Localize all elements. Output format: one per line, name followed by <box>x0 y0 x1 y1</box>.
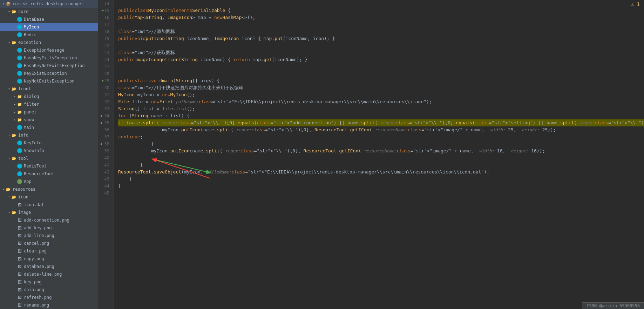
tree-label-exception: exception <box>18 40 41 45</box>
class-icon-database <box>17 17 22 22</box>
tree-item-resources[interactable]: ▾📂resources <box>0 185 98 193</box>
tree-item-show[interactable]: ▸📁show <box>0 116 98 124</box>
tree-arrow-image: ▾ <box>7 211 11 214</box>
tree-label-filter: filter <box>24 102 39 107</box>
tree-label-database-img: database.png <box>24 264 54 269</box>
tree-label-tool: tool <box>18 156 28 161</box>
warning-icon: ⚠ <box>631 1 634 7</box>
tree-item-rename[interactable]: 🖼rename.png <box>0 301 98 309</box>
code-line-23: class="cmt">//获取图标 <box>118 49 644 56</box>
tree-item-tool[interactable]: ▾📂tool <box>0 154 98 162</box>
tree-label-add-connection: add-connection.png <box>24 218 69 223</box>
tree-item-main[interactable]: Main <box>0 124 98 131</box>
line-number-42: 42 <box>101 169 111 176</box>
tree-item-myicon[interactable]: MyIcon <box>0 23 98 31</box>
tree-label-image: image <box>18 210 31 215</box>
file-img-icon-icon-dat: 🖼 <box>17 202 22 208</box>
line-number-38: ◆38 <box>101 140 111 147</box>
class-icon-showinfo <box>17 148 22 153</box>
tree-label-refresh: refresh.png <box>24 295 52 300</box>
tree-item-hashkeynotexitsexception[interactable]: HashKeyNotExitsException <box>0 62 98 70</box>
tree-label-hashkeyexitsexception: HashKeyExitsException <box>24 55 77 60</box>
tree-item-database-img[interactable]: 🖼database.png <box>0 263 98 270</box>
line-number-35: ◆35 <box>101 119 111 126</box>
tree-item-panel[interactable]: ▸📁panel <box>0 108 98 116</box>
file-img-icon-clear: 🖼 <box>17 248 22 254</box>
tree-label-main-img: main.png <box>24 287 44 292</box>
tree-item-add-key[interactable]: 🖼add-key.png <box>0 224 98 232</box>
line-number-44: 44 <box>101 183 111 190</box>
tree-label-main: Main <box>24 125 34 130</box>
tree-item-main-img[interactable]: 🖼main.png <box>0 286 98 294</box>
tree-item-key[interactable]: 🖼key.png <box>0 278 98 286</box>
code-editor[interactable]: 14▶15161718192223242728▶2930313233◆34◆35… <box>98 0 644 309</box>
tree-item-icon-dat[interactable]: 🖼icon.dat <box>0 201 98 209</box>
line-number-14: 14 <box>101 0 111 7</box>
tree-item-add-connection[interactable]: 🖼add-connection.png <box>0 216 98 224</box>
code-line-43: } <box>118 176 644 183</box>
code-line-36: myIcon.putIcon(name.split( regex: class=… <box>118 126 644 133</box>
tree-item-exception[interactable]: ▾📂exception <box>0 39 98 46</box>
class-cyan-icon <box>17 164 22 169</box>
code-line-30: class="cmt">//用于快速把图片对象持久化出来用于反编译 <box>118 84 644 91</box>
tree-item-app[interactable]: App <box>0 178 98 185</box>
tree-label-keyinfo: KeyInfo <box>24 140 42 145</box>
code-line-34: for (String name : list) { <box>118 112 644 119</box>
tree-item-dialog[interactable]: ▸📁dialog <box>0 93 98 100</box>
tree-item-filter[interactable]: ▸📁filter <box>0 100 98 108</box>
class-cyan-icon <box>17 17 22 22</box>
line-number-27: 27 <box>101 63 111 70</box>
tree-item-com-sk[interactable]: ▾📦com.sk.redis.desktop.manager <box>0 0 98 8</box>
tree-item-delete-line[interactable]: 🖼delete-line.png <box>0 270 98 278</box>
tree-item-showinfo[interactable]: ShowInfo <box>0 147 98 154</box>
tree-label-database: DataBase <box>24 17 44 22</box>
folder-icon-info: 📂 <box>11 132 17 138</box>
package-icon: 📦 <box>6 1 11 7</box>
folder-icon-front: 📂 <box>11 86 17 92</box>
class-icon-resourcetool <box>17 171 22 177</box>
line-number-43: 43 <box>101 176 111 183</box>
tree-item-copy[interactable]: 🖼copy.png <box>0 255 98 263</box>
tree-arrow-show: ▸ <box>13 118 17 121</box>
code-line-19: public void putIcon(String iconName, Ima… <box>118 35 644 42</box>
tree-item-redistool[interactable]: RedisTool <box>0 162 98 170</box>
tree-label-resources: resources <box>13 187 35 192</box>
tree-arrow-panel: ▸ <box>13 110 17 114</box>
tree-label-show: show <box>24 117 34 122</box>
tree-item-keyinfo[interactable]: KeyInfo <box>0 139 98 147</box>
tree-item-database[interactable]: DataBase <box>0 15 98 23</box>
tree-item-exceptionmessage[interactable]: ExceptionMessage <box>0 46 98 54</box>
class-cyan-icon <box>17 63 22 68</box>
code-line-35: if (name.split( regex: class="str">"\\."… <box>118 119 644 126</box>
tree-item-redis[interactable]: Redis <box>0 31 98 39</box>
tree-item-keynotexitsexception[interactable]: KeyNotExitsException <box>0 77 98 85</box>
class-cyan-icon <box>17 148 22 153</box>
tree-item-add-line[interactable]: 🖼add-line.png <box>0 232 98 239</box>
line-number-28: 28 <box>101 70 111 77</box>
line-number-36: 36 <box>101 126 111 133</box>
class-cyan-icon <box>17 79 22 84</box>
class-cyan-icon <box>17 25 22 29</box>
folder-icon-filter: 📁 <box>17 101 22 107</box>
code-line-31: MyIcon myIcon = new MyIcon(); <box>118 91 644 98</box>
tree-item-hashkeyexitsexception[interactable]: HashKeyExitsException <box>0 54 98 62</box>
tree-label-com-sk: com.sk.redis.desktop.manager <box>13 1 83 6</box>
line-number-32: 32 <box>101 98 111 105</box>
tree-item-resourcetool[interactable]: ResourceTool <box>0 170 98 178</box>
tree-item-clear[interactable]: 🖼clear.png <box>0 247 98 255</box>
tree-label-icon: icon <box>18 195 28 199</box>
class-icon-redistool <box>17 163 22 169</box>
tree-item-image[interactable]: ▾📂image <box>0 209 98 216</box>
tree-item-refresh[interactable]: 🖼refresh.png <box>0 294 98 301</box>
tree-label-hashkeynotexitsexception: HashKeyNotExitsException <box>24 63 84 68</box>
tree-item-cancel[interactable]: 🖼cancel.png <box>0 239 98 247</box>
tree-item-icon[interactable]: ▾📂icon <box>0 193 98 201</box>
file-tree[interactable]: ▾📦com.sk.redis.desktop.manager▾📂coreData… <box>0 0 98 309</box>
tree-label-core: core <box>18 9 28 14</box>
tree-label-dialog: dialog <box>24 94 39 99</box>
tree-item-front[interactable]: ▾📂front <box>0 85 98 93</box>
tree-item-keyexistexception[interactable]: KeyExistException <box>0 70 98 77</box>
tree-item-core[interactable]: ▾📂core <box>0 8 98 15</box>
folder-icon-image: 📂 <box>11 210 17 215</box>
tree-item-info[interactable]: ▾📂info <box>0 131 98 139</box>
